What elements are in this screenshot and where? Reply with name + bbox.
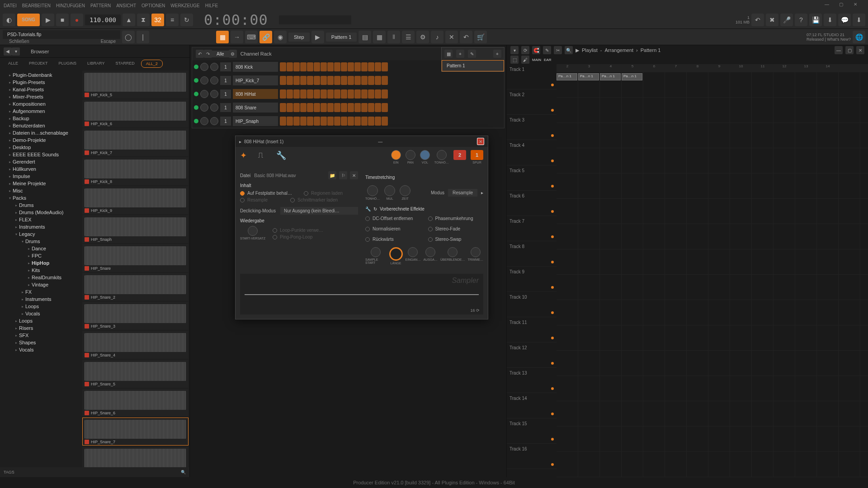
sample-item[interactable]: HIP_Kick_7	[82, 128, 189, 156]
sample-item[interactable]: HIP_Snare	[82, 244, 189, 272]
tree-item-vocals[interactable]: ▸Vocals	[0, 346, 81, 353]
clip-row[interactable]	[557, 300, 868, 325]
track-mute-dot[interactable]	[551, 438, 554, 441]
tree-item-eeee-eeee-sounds[interactable]: ▸EEEE EEEE Sounds	[0, 151, 81, 158]
clip-row[interactable]	[557, 351, 868, 376]
news-icon[interactable]: 🌐	[853, 31, 865, 43]
playlist-sync-icon[interactable]: ⟳	[521, 46, 529, 54]
sample-start-knob[interactable]	[371, 247, 381, 257]
clip-row[interactable]	[557, 98, 868, 123]
step-button[interactable]	[321, 62, 327, 71]
track-mute-dot[interactable]	[551, 235, 554, 238]
clip-row[interactable]	[557, 376, 868, 401]
clip-row[interactable]	[557, 275, 868, 300]
channel-number[interactable]: 1	[220, 103, 231, 112]
rack-back-icon[interactable]: ↶	[196, 50, 204, 58]
step-button[interactable]	[368, 117, 374, 126]
tree-item-risers[interactable]: ▸Risers	[0, 324, 81, 332]
playlist-pattern[interactable]: Pattern 1	[641, 47, 661, 53]
view-browser-icon[interactable]: ☰	[402, 31, 415, 43]
step-button[interactable]	[314, 117, 320, 126]
song-mode-button[interactable]: SONG	[17, 14, 40, 26]
step-button[interactable]	[341, 89, 347, 99]
pattern-clip[interactable]: Pa…n 1	[578, 73, 599, 80]
channel-pan-knob[interactable]	[200, 103, 208, 112]
step-button[interactable]	[321, 76, 327, 85]
live-mode-icon[interactable]: ◉	[274, 31, 287, 43]
step-button[interactable]	[348, 62, 354, 71]
menu-hilfe[interactable]: HILFE	[205, 3, 218, 8]
browser-menu-icon[interactable]: ▾	[12, 47, 20, 56]
channel-vol-knob[interactable]	[210, 76, 218, 84]
track-label[interactable]: Track 6	[507, 191, 557, 216]
step-button[interactable]	[321, 117, 327, 126]
tree-item-instruments[interactable]: ▸Instruments	[0, 296, 81, 303]
record-button[interactable]: ●	[71, 14, 83, 26]
step-button[interactable]	[348, 76, 354, 85]
sampler-track-1[interactable]: 1	[471, 150, 483, 160]
sample-item[interactable]: HIP_Kick_5	[82, 70, 189, 99]
view-pianoroll-icon[interactable]: ▦	[373, 31, 386, 43]
browser-tab-all2[interactable]: ALL_2	[141, 60, 163, 68]
channel-number[interactable]: 1	[220, 117, 231, 126]
fade-in-knob[interactable]	[408, 247, 418, 257]
keep-on-disk-radio[interactable]	[240, 191, 245, 196]
step-button[interactable]	[341, 62, 347, 71]
sample-item[interactable]: HIP_Snaph	[82, 215, 189, 243]
tree-item-impulse[interactable]: ▸Impulse	[0, 173, 81, 180]
step-button[interactable]	[280, 89, 286, 99]
menu-datei[interactable]: DATEI	[4, 3, 17, 8]
channel-vol-knob[interactable]	[210, 117, 218, 125]
step-button[interactable]	[375, 103, 381, 112]
channel-number[interactable]: 1	[220, 89, 231, 99]
tree-item-drums[interactable]: ▸Drums	[0, 202, 81, 209]
tempo-tapper-icon[interactable]: ♪	[431, 31, 443, 43]
view-mixer-icon[interactable]: ⫴	[387, 31, 400, 43]
playlist-max-icon[interactable]: ▢	[845, 46, 854, 54]
tree-item-gerendert[interactable]: ▸Gerendert	[0, 158, 81, 165]
stop-button[interactable]: ■	[56, 14, 69, 26]
sample-item[interactable]: HIP_Kick_9	[82, 186, 189, 214]
step-button[interactable]	[327, 103, 334, 112]
channel-pan-knob[interactable]	[200, 63, 208, 71]
clear-file-icon[interactable]: ✕	[350, 171, 358, 179]
step-button[interactable]	[293, 103, 300, 112]
step-button[interactable]	[287, 103, 293, 112]
sample-item[interactable]: HIP_Snare_3	[82, 302, 189, 330]
reverse-radio[interactable]	[365, 237, 370, 242]
shop-icon[interactable]: 🛒	[474, 31, 487, 43]
channel-name-button[interactable]: HIP_Snaph	[233, 116, 278, 126]
sampler-pan-knob[interactable]	[406, 150, 415, 160]
clip-row[interactable]	[557, 325, 868, 351]
step-button[interactable]	[300, 76, 307, 85]
step-button[interactable]	[280, 76, 286, 85]
sampler-track-2[interactable]: 2	[453, 150, 466, 160]
track-label[interactable]: Track 4	[507, 140, 557, 165]
clip-row[interactable]	[557, 401, 868, 427]
step-button[interactable]	[368, 62, 374, 71]
tree-item-dance[interactable]: ▸Dance	[0, 245, 81, 252]
settings-icon[interactable]: ✖	[766, 14, 778, 26]
pattern-edit-icon[interactable]: ✎	[468, 50, 476, 58]
trim-knob[interactable]	[471, 247, 481, 257]
tree-item-meine-projekte[interactable]: ▸Meine Projekte	[0, 180, 81, 187]
tree-item-mixer-presets[interactable]: ▸Mixer-Presets	[0, 93, 81, 100]
track-mute-dot[interactable]	[551, 387, 554, 390]
view-playlist-button[interactable]: ▦	[216, 31, 229, 43]
resample-radio[interactable]	[240, 198, 245, 202]
pattern-item-1[interactable]: Pattern 1	[442, 60, 504, 71]
browser-tab-alle[interactable]: ALLE	[4, 60, 23, 68]
play-button[interactable]: ▶	[42, 14, 54, 26]
sampler-close-button[interactable]: ✕	[477, 138, 484, 145]
track-label[interactable]: Track 1	[507, 64, 557, 89]
playlist-zoom-icon[interactable]: 🔍	[565, 46, 573, 54]
sampler-minimize-icon[interactable]: —	[378, 139, 382, 144]
sample-item[interactable]: HIP_Snare_6	[82, 389, 189, 417]
step-button[interactable]	[293, 76, 300, 85]
clip-row[interactable]	[557, 224, 868, 249]
step-button[interactable]	[348, 103, 354, 112]
tempo-display[interactable]: 110.000	[85, 14, 121, 25]
tree-item-drums--modeaudio-[interactable]: ▸Drums (ModeAudio)	[0, 209, 81, 216]
tree-item-aufgenommen[interactable]: ▸Aufgenommen	[0, 108, 81, 115]
clip-row[interactable]	[557, 249, 868, 275]
